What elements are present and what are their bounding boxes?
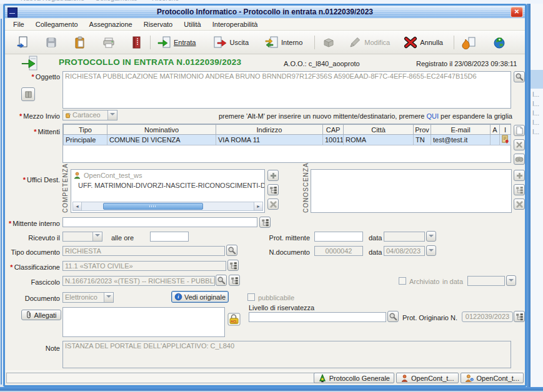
fascicolo-search-button[interactable]: [216, 275, 227, 286]
archive-button[interactable]: [126, 34, 146, 51]
fascicolo-field: N.166716/2023 «(TEST) -- RICHIESTE - PUB…: [62, 276, 215, 286]
modifica-pencil-icon: [348, 36, 362, 49]
mittenti-delete-button[interactable]: [514, 139, 525, 150]
form-area: PROTOCOLLO IN ENTRATA N.0122039/2023 A.O…: [5, 54, 525, 375]
print-button[interactable]: [99, 34, 119, 51]
new-document-button[interactable]: [12, 34, 32, 51]
competenza-hscrollbar[interactable]: ◄ ►: [72, 202, 263, 211]
annulla-button[interactable]: Annulla: [401, 34, 446, 51]
window-tabs: Protocollo Generale OpenCont_t... OpenCo…: [314, 373, 524, 383]
background-window-border: [527, 4, 531, 387]
alle-ore-field[interactable]: [150, 232, 189, 242]
col-a[interactable]: A: [491, 125, 500, 135]
cell-a[interactable]: [491, 135, 500, 145]
toolbar-separator: [150, 36, 151, 49]
cell-nominativo[interactable]: COMUNE DI VICENZA: [107, 135, 216, 145]
interno-button[interactable]: Interno: [262, 34, 306, 51]
menu-assegnazione[interactable]: Assegnazione: [84, 19, 138, 29]
livello-search-button[interactable]: [387, 311, 399, 322]
conoscenza-listbox[interactable]: [311, 169, 512, 213]
col-nominativo[interactable]: Nominativo: [107, 125, 216, 135]
col-indirizzo[interactable]: Indirizzo: [216, 125, 323, 135]
info-icon: i: [174, 293, 182, 301]
col-citta[interactable]: Città: [344, 125, 414, 135]
livello-riservatezza-field[interactable]: [249, 312, 386, 322]
competenza-root-item[interactable]: OpenCont_test_ws: [71, 170, 264, 181]
col-cap[interactable]: CAP: [323, 125, 344, 135]
dropdown-arrow-icon[interactable]: [107, 110, 117, 120]
print-icon: [102, 36, 116, 49]
mittente-interno-tree-button[interactable]: [259, 217, 271, 228]
entrata-button[interactable]: Entrata: [154, 34, 199, 51]
cell-cap[interactable]: 10011: [323, 135, 344, 145]
hint-text: per espandere la griglia: [439, 112, 512, 120]
competenza-listbox[interactable]: OpenCont_test_ws UFF. MATRIMONI-DIVORZI-…: [71, 169, 265, 213]
new-document-icon: [16, 36, 29, 49]
cell-prov[interactable]: TN: [414, 135, 431, 145]
mittenti-row[interactable]: Principale COMUNE DI VICENZA VIA ROMA 11…: [64, 135, 511, 145]
cell-tipo[interactable]: Principale: [64, 135, 107, 145]
col-prov[interactable]: Prov: [414, 125, 431, 135]
fascicolo-tree-button[interactable]: [229, 275, 240, 286]
prot-originario-tree-button[interactable]: [514, 311, 525, 322]
menu-file[interactable]: File: [7, 19, 30, 29]
web-export-button[interactable]: [489, 34, 509, 51]
tab-label: OpenCont_t...: [411, 375, 454, 382]
acl-lock-button[interactable]: ACL: [227, 313, 241, 326]
mittente-interno-label: *Mittente interno: [5, 220, 60, 227]
mittenti-add-button[interactable]: [514, 125, 525, 136]
user-info-icon: [465, 374, 474, 383]
uscita-button[interactable]: Uscita: [210, 34, 252, 51]
modifica-button: Modifica: [345, 34, 393, 51]
cell-i[interactable]: [500, 135, 511, 145]
background-list-row: I...: [532, 110, 539, 117]
uffici-dest-label: *Uffici Dest.: [5, 176, 60, 184]
magnifier-icon: [389, 312, 397, 321]
close-button[interactable]: ✕: [511, 7, 523, 17]
col-email[interactable]: E-mail: [431, 125, 491, 135]
tab-opencont-2[interactable]: OpenCont_t...: [461, 373, 524, 383]
mezzo-invio-label: *Mezzo Invio: [5, 112, 60, 120]
mezzo-invio-select[interactable]: Cartaceo: [62, 110, 117, 120]
oggetto-field[interactable]: RICHIESTA PUBBLICAZIONE MATRIMONIO ANDRE…: [62, 71, 511, 109]
conoscenza-label: CONOSCENZA: [302, 169, 309, 213]
send-mail-button[interactable]: [458, 34, 479, 51]
mittenti-grid[interactable]: Tipo Nominativo Indirizzo CAP Città Prov…: [62, 124, 511, 163]
toolbar: Entrata Uscita Interno Modifica Annulla: [5, 31, 525, 54]
cell-email[interactable]: test@test.it: [431, 135, 491, 145]
paste-button[interactable]: [70, 34, 90, 51]
menu-interoperabilita[interactable]: Interoperabilità: [207, 19, 264, 29]
menu-riservato[interactable]: Riservato: [138, 19, 178, 29]
title-bar[interactable]: Protocollo Informatico - Protocollo in e…: [5, 6, 525, 18]
allegati-button[interactable]: Allegati: [21, 310, 61, 320]
tab-protocollo-generale[interactable]: Protocollo Generale: [314, 373, 394, 383]
classificazione-label: *Classificazione: [5, 263, 60, 271]
cell-citta[interactable]: ROMA: [344, 135, 414, 145]
menu-utilita[interactable]: Utilità: [178, 19, 207, 29]
menu-collegamento[interactable]: Collegamento: [30, 19, 84, 29]
mittente-interno-field[interactable]: [62, 217, 257, 227]
tipo-documento-search-button[interactable]: [226, 245, 237, 256]
oggetto-search-button[interactable]: [514, 71, 525, 82]
allegati-listbox[interactable]: [62, 307, 225, 337]
oggetto-dictionary-button[interactable]: [21, 87, 35, 101]
vedi-originale-button[interactable]: i Vedi originale: [171, 291, 229, 303]
tab-opencont-1[interactable]: OpenCont_t...: [396, 373, 459, 383]
scroll-left-button[interactable]: ◄: [73, 202, 82, 210]
magnifier-icon: [515, 72, 524, 81]
scroll-thumb[interactable]: [103, 203, 203, 210]
col-tipo[interactable]: Tipo: [64, 125, 107, 135]
aoo-label: A.O.O.: c_l840_aooproto: [284, 60, 360, 67]
delete-x-icon: [516, 200, 524, 208]
cell-indirizzo[interactable]: VIA ROMA 11: [216, 135, 323, 145]
competenza-add-button[interactable]: [267, 170, 279, 181]
col-i[interactable]: I: [500, 125, 511, 135]
classificazione-tree-button[interactable]: [227, 260, 239, 271]
status-message-area: [6, 373, 315, 383]
hint-qui-link[interactable]: QUI: [426, 112, 439, 120]
competenza-tree-button[interactable]: [267, 184, 279, 195]
scroll-right-button[interactable]: ►: [254, 202, 262, 210]
status-bar: Protocollo Generale OpenCont_t... OpenCo…: [5, 371, 525, 385]
competenza-office-item[interactable]: UFF. MATRIMONI-DIVORZI-NASCITE-RICONOSCI…: [71, 181, 264, 191]
prot-mittente-field[interactable]: [314, 232, 363, 242]
